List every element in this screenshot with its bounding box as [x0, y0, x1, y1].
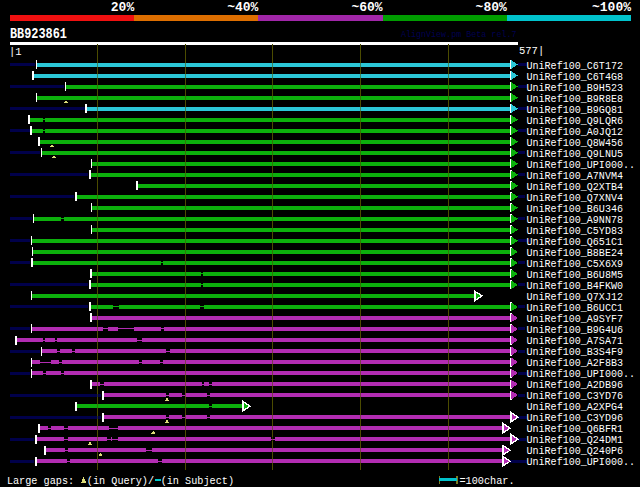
svg-text:UniRef100_Q8W456: UniRef100_Q8W456 [527, 138, 623, 149]
svg-text:UniRef100_Q9LNU5: UniRef100_Q9LNU5 [527, 149, 623, 160]
svg-text:UniRef100_C3YD76: UniRef100_C3YD76 [527, 391, 623, 402]
svg-text:UniRef100_B9GQ81: UniRef100_B9GQ81 [527, 105, 623, 116]
svg-text:UniRef100_Q9LQR6: UniRef100_Q9LQR6 [527, 116, 623, 127]
svg-text:UniRef100_A7NVM4: UniRef100_A7NVM4 [527, 171, 623, 182]
svg-text:UniRef100_C6T4G8: UniRef100_C6T4G8 [527, 72, 623, 83]
svg-text:UniRef100_Q7XNV4: UniRef100_Q7XNV4 [527, 193, 623, 204]
svg-text:UniRef100_Q6BFR1: UniRef100_Q6BFR1 [527, 424, 623, 435]
svg-text:20%: 20% [111, 0, 135, 15]
svg-text:UniRef100_A2XPG4: UniRef100_A2XPG4 [527, 402, 623, 413]
svg-text:UniRef100_B9G4U6: UniRef100_B9G4U6 [527, 325, 623, 336]
svg-text:UniRef100_A2F8B3: UniRef100_A2F8B3 [527, 358, 623, 369]
svg-text:UniRef100_UPI000..: UniRef100_UPI000.. [527, 160, 636, 171]
svg-text:UniRef100_Q2XTB4: UniRef100_Q2XTB4 [527, 182, 623, 193]
svg-text:UniRef100_B9R8E8: UniRef100_B9R8E8 [527, 94, 623, 105]
svg-text:UniRef100_A7SA71: UniRef100_A7SA71 [527, 336, 623, 347]
svg-text:UniRef100_B6U346: UniRef100_B6U346 [527, 204, 623, 215]
svg-text:UniRef100_A2DB96: UniRef100_A2DB96 [527, 380, 623, 391]
svg-text:UniRef100_Q651C1: UniRef100_Q651C1 [527, 237, 623, 248]
svg-text:UniRef100_A9NN78: UniRef100_A9NN78 [527, 215, 623, 226]
svg-text:UniRef100_B4FKW0: UniRef100_B4FKW0 [527, 281, 623, 292]
svg-text:UniRef100_UPI000..: UniRef100_UPI000.. [527, 457, 636, 468]
svg-text:~60%: ~60% [351, 0, 382, 15]
svg-text:~80%: ~80% [476, 0, 507, 15]
svg-text:AlignView.pm Beta rel.7: AlignView.pm Beta rel.7 [401, 30, 517, 40]
svg-text:~40%: ~40% [227, 0, 258, 15]
svg-text:UniRef100_Q240P6: UniRef100_Q240P6 [527, 446, 623, 457]
svg-text:UniRef100_B8BE24: UniRef100_B8BE24 [527, 248, 623, 259]
svg-text:UniRef100_Q24DM1: UniRef100_Q24DM1 [527, 435, 623, 446]
svg-text:UniRef100_B6UCC1: UniRef100_B6UCC1 [527, 303, 623, 314]
svg-text:UniRef100_B9H523: UniRef100_B9H523 [527, 83, 623, 94]
svg-text:=100char.: =100char. [460, 476, 515, 487]
svg-text:UniRef100_UPI000..: UniRef100_UPI000.. [527, 369, 636, 380]
svg-text:UniRef100_B6U8M5: UniRef100_B6U8M5 [527, 270, 623, 281]
svg-text:(in Query)/: (in Query)/ [87, 476, 154, 487]
svg-text:~100%: ~100% [592, 0, 631, 15]
svg-text:UniRef100_C5X6X9: UniRef100_C5X6X9 [527, 259, 623, 270]
svg-text:UniRef100_Q7XJ12: UniRef100_Q7XJ12 [527, 292, 623, 303]
svg-text:577|: 577| [519, 45, 544, 57]
svg-text:UniRef100_C5YD83: UniRef100_C5YD83 [527, 226, 623, 237]
svg-text:UniRef100_C6T172: UniRef100_C6T172 [527, 61, 623, 72]
svg-text:UniRef100_C3YD96: UniRef100_C3YD96 [527, 413, 623, 424]
svg-text:UniRef100_B3S4F9: UniRef100_B3S4F9 [527, 347, 623, 358]
svg-text:BB923861: BB923861 [10, 26, 67, 42]
svg-text:UniRef100_A9SYF7: UniRef100_A9SYF7 [527, 314, 623, 325]
svg-text:Large gaps:: Large gaps: [7, 476, 74, 487]
svg-text:UniRef100_A0JQ12: UniRef100_A0JQ12 [527, 127, 623, 138]
svg-text:(in Subject): (in Subject) [161, 476, 234, 487]
svg-text:|1: |1 [9, 46, 22, 58]
